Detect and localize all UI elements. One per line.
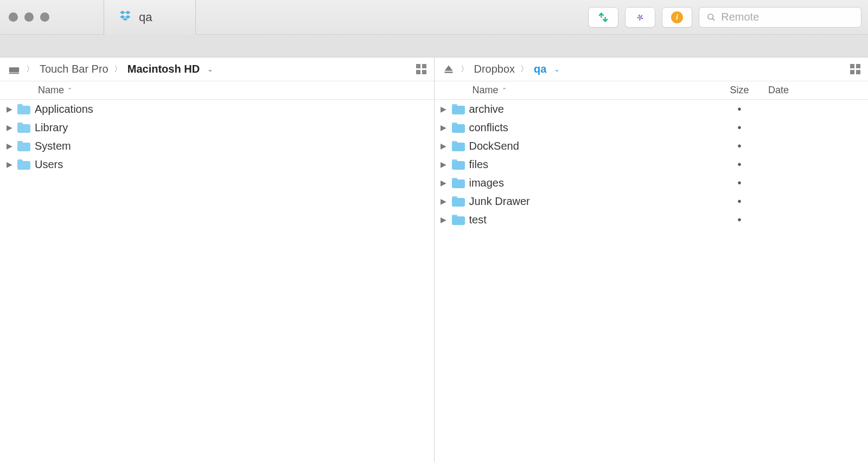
item-size: • [715, 140, 764, 152]
breadcrumb-item[interactable]: Touch Bar Pro [40, 63, 108, 75]
item-name: conflicts [469, 121, 711, 134]
dropbox-icon [119, 10, 131, 24]
pinwheel-icon [634, 11, 646, 23]
sort-ascending-icon: ⌃ [502, 87, 507, 94]
list-item[interactable]: ▶ Applications [0, 100, 434, 118]
column-name[interactable]: Name ⌃ [473, 85, 711, 96]
column-name-label: Name [38, 85, 64, 96]
left-file-list: ▶ Applications ▶ Library ▶ System ▶ User… [0, 100, 434, 462]
disclosure-triangle-icon[interactable]: ▶ [440, 178, 448, 187]
tab-qa[interactable]: qa [104, 0, 196, 35]
folder-icon [452, 122, 465, 133]
left-pane: 〉 Touch Bar Pro 〉 Macintosh HD ⌄ Name ⌃ … [0, 57, 435, 462]
chevron-right-icon: 〉 [461, 64, 469, 74]
item-name: archive [469, 103, 711, 116]
item-name: files [469, 158, 711, 171]
folder-icon [452, 140, 465, 151]
window-controls [0, 12, 49, 22]
column-size-label: Size [730, 85, 749, 95]
item-name: Users [35, 158, 426, 171]
info-icon: i [671, 11, 683, 23]
drive-icon[interactable] [8, 63, 21, 76]
folder-icon [17, 122, 30, 133]
sub-toolbar [0, 35, 868, 57]
search-box[interactable] [699, 7, 861, 28]
column-size[interactable]: Size [715, 85, 764, 96]
right-file-list: ▶ archive • ▶ conflicts • ▶ DockSend • [435, 100, 869, 462]
breadcrumb-item[interactable]: Dropbox [474, 63, 515, 75]
item-size: • [715, 121, 764, 134]
disclosure-triangle-icon[interactable]: ▶ [5, 105, 13, 113]
svg-point-0 [708, 14, 713, 18]
chevron-down-icon[interactable]: ⌄ [552, 65, 560, 73]
item-name: test [469, 214, 711, 226]
chevron-down-icon[interactable]: ⌄ [205, 65, 213, 73]
sort-ascending-icon: ⌃ [67, 87, 72, 94]
folder-icon [452, 214, 465, 225]
list-item[interactable]: ▶ conflicts • [435, 118, 869, 137]
titlebar: qa i [0, 0, 868, 35]
left-breadcrumb: 〉 Touch Bar Pro 〉 Macintosh HD ⌄ [0, 57, 434, 81]
list-item[interactable]: ▶ files • [435, 155, 869, 174]
item-size: • [715, 158, 764, 171]
search-input[interactable] [721, 11, 853, 23]
disclosure-triangle-icon[interactable]: ▶ [440, 142, 448, 150]
list-item[interactable]: ▶ test • [435, 210, 869, 229]
disclosure-triangle-icon[interactable]: ▶ [440, 197, 448, 206]
chevron-right-icon: 〉 [520, 64, 528, 74]
folder-icon [17, 104, 30, 114]
disclosure-triangle-icon[interactable]: ▶ [5, 160, 13, 169]
disclosure-triangle-icon[interactable]: ▶ [5, 142, 13, 150]
titlebar-actions: i [588, 7, 868, 28]
eject-icon[interactable] [442, 63, 455, 76]
item-name: Junk Drawer [469, 195, 711, 208]
folder-icon [452, 159, 465, 170]
folder-icon [17, 140, 30, 151]
svg-rect-2 [9, 67, 19, 72]
list-item[interactable]: ▶ System [0, 137, 434, 155]
list-item[interactable]: ▶ Junk Drawer • [435, 192, 869, 210]
right-breadcrumb: 〉 Dropbox 〉 qa ⌄ [435, 57, 869, 81]
disclosure-triangle-icon[interactable]: ▶ [440, 105, 448, 113]
column-date-label: Date [768, 85, 789, 95]
zoom-window-button[interactable] [40, 12, 49, 22]
list-item[interactable]: ▶ Library [0, 118, 434, 137]
item-size: • [715, 214, 764, 226]
tab-title: qa [139, 10, 152, 24]
item-size: • [715, 177, 764, 189]
breadcrumb-item-current[interactable]: Macintosh HD [127, 63, 200, 75]
breadcrumb-item-current[interactable]: qa [534, 63, 546, 75]
activity-button[interactable] [625, 7, 655, 28]
chevron-right-icon: 〉 [114, 64, 122, 74]
disclosure-triangle-icon[interactable]: ▶ [440, 160, 448, 169]
list-item[interactable]: ▶ Users [0, 155, 434, 174]
view-switch-button[interactable] [850, 64, 860, 74]
info-button[interactable]: i [662, 7, 692, 28]
list-item[interactable]: ▶ DockSend • [435, 137, 869, 155]
disclosure-triangle-icon[interactable]: ▶ [440, 123, 448, 132]
folder-icon [452, 104, 465, 114]
folder-icon [452, 196, 465, 207]
item-name: Applications [35, 103, 426, 116]
column-name-label: Name [473, 85, 499, 96]
chevron-right-icon: 〉 [26, 64, 34, 74]
view-switch-button[interactable] [416, 64, 426, 74]
list-item[interactable]: ▶ archive • [435, 100, 869, 118]
svg-line-1 [712, 18, 714, 21]
column-date[interactable]: Date [768, 85, 860, 96]
item-name: Library [35, 121, 426, 134]
item-name: System [35, 140, 426, 152]
sync-icon [597, 11, 609, 23]
right-pane: 〉 Dropbox 〉 qa ⌄ Name ⌃ Size Date ▶ arch… [435, 57, 869, 462]
svg-rect-4 [444, 72, 452, 73]
minimize-window-button[interactable] [24, 12, 34, 22]
left-column-header: Name ⌃ [0, 81, 434, 100]
disclosure-triangle-icon[interactable]: ▶ [5, 123, 13, 132]
list-item[interactable]: ▶ images • [435, 174, 869, 192]
folder-icon [17, 159, 30, 170]
sync-button[interactable] [588, 7, 618, 28]
search-icon [707, 12, 716, 22]
disclosure-triangle-icon[interactable]: ▶ [440, 215, 448, 224]
close-window-button[interactable] [9, 12, 18, 22]
column-name[interactable]: Name ⌃ [38, 85, 426, 96]
